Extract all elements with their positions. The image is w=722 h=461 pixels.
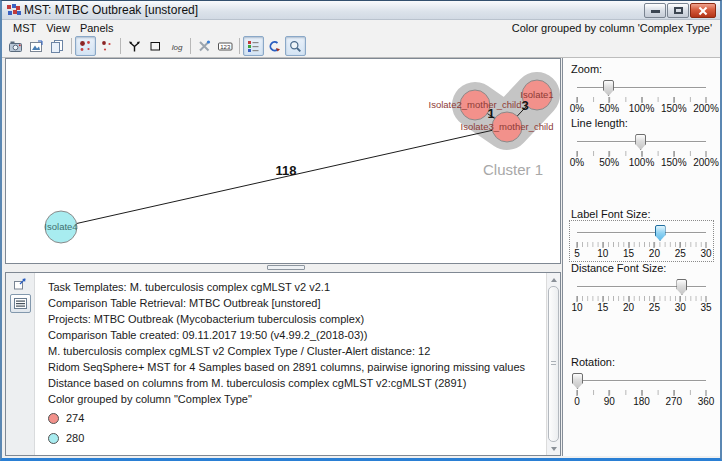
show-distance-values-button[interactable]: 123 bbox=[215, 36, 236, 56]
log-scale-button[interactable]: log bbox=[166, 36, 187, 56]
info-scrollbar[interactable] bbox=[546, 273, 560, 455]
label-font-size-slider-thumb[interactable] bbox=[655, 225, 666, 241]
show-legend-button[interactable] bbox=[243, 36, 264, 56]
node-label-isolate4: Isolate4 bbox=[44, 221, 77, 232]
info-line-task-templates: Task Templates: M. tuberculosis complex … bbox=[48, 279, 534, 295]
distance-font-size-slider-label: Distance Font Size: bbox=[571, 262, 712, 276]
tick-label: 0 bbox=[574, 396, 580, 407]
tick-label: 25 bbox=[675, 248, 686, 259]
cluster-highlight-button[interactable] bbox=[264, 36, 285, 56]
tick-label: 5 bbox=[574, 248, 580, 259]
scrollbar-thumb[interactable] bbox=[548, 286, 559, 442]
maximize-button[interactable] bbox=[667, 3, 689, 18]
zoom-slider-label: Zoom: bbox=[571, 63, 712, 77]
info-line-distance-basis: Distance based on columns from M. tuberc… bbox=[48, 375, 534, 391]
info-line-cluster-alert: M. tuberculosis complex cgMLST v2 Comple… bbox=[48, 343, 534, 359]
window-title: MST: MTBC Outbreak [unstored] bbox=[24, 3, 198, 17]
legend-label-280: 280 bbox=[66, 432, 84, 444]
info-panel-gutter bbox=[6, 273, 35, 455]
tick-label: 50% bbox=[599, 103, 619, 114]
distance-font-size-slider-thumb[interactable] bbox=[676, 279, 687, 295]
save-image-button[interactable] bbox=[5, 36, 26, 56]
show-node-labels-button[interactable] bbox=[75, 36, 96, 56]
info-line-created: Comparison Table created: 09.11.2017 19:… bbox=[48, 327, 534, 343]
label-font-size-slider-label: Label Font Size: bbox=[571, 208, 712, 222]
export-image-button[interactable] bbox=[26, 36, 47, 56]
tick-label: 35 bbox=[700, 302, 711, 313]
mst-canvas[interactable]: 13118Isolate2_mother_childIsolate1Isolat… bbox=[5, 58, 561, 264]
line-length-slider-thumb[interactable] bbox=[635, 134, 646, 150]
legend-entry-274: 274 bbox=[48, 409, 534, 427]
node-label-isolate2: Isolate2_mother_child bbox=[429, 99, 522, 110]
toolbar-separator bbox=[120, 38, 121, 54]
zoom-slider-thumb[interactable] bbox=[603, 80, 614, 96]
line-length-slider[interactable]: Line length: 0%50%100%150%200% bbox=[571, 117, 712, 169]
distance-font-size-slider[interactable]: Distance Font Size: 101520253035 bbox=[571, 262, 712, 314]
zoom-slider[interactable]: Zoom: 0%50%100%150%200% bbox=[571, 63, 712, 115]
menu-bar: MST View Panels Color grouped by column … bbox=[2, 20, 720, 35]
menu-panels[interactable]: Panels bbox=[75, 22, 119, 34]
minimize-button[interactable] bbox=[644, 3, 666, 18]
node-label-isolate3: Isolate3_mother_child bbox=[461, 121, 554, 132]
tick-label: 30 bbox=[700, 248, 711, 259]
split-divider[interactable] bbox=[5, 264, 561, 272]
scroll-up-icon[interactable] bbox=[547, 273, 560, 286]
tick-label: 15 bbox=[623, 248, 634, 259]
copy-image-button[interactable] bbox=[47, 36, 68, 56]
tick-label: 200% bbox=[693, 103, 719, 114]
tick-label: 15 bbox=[597, 302, 608, 313]
tick-label: 150% bbox=[661, 103, 687, 114]
info-line-mst-summary: Ridom SeqSphere+ MST for 4 Samples based… bbox=[48, 359, 534, 375]
tick-label: 360 bbox=[698, 396, 715, 407]
optimize-layout-button[interactable] bbox=[194, 36, 215, 56]
line-length-slider-label: Line length: bbox=[571, 117, 712, 131]
tick-label: 25 bbox=[649, 302, 660, 313]
display-settings-panel: Zoom: 0%50%100%150%200% Line length: 0%5… bbox=[562, 58, 720, 456]
svg-text:123: 123 bbox=[220, 43, 231, 49]
detach-icon[interactable] bbox=[13, 277, 27, 291]
rotation-slider-thumb[interactable] bbox=[572, 373, 583, 389]
legend-entry-280: 280 bbox=[48, 429, 534, 447]
tick-label: 180 bbox=[633, 396, 650, 407]
toolbar: log 123 bbox=[2, 35, 720, 58]
legend-swatch-280 bbox=[48, 433, 59, 444]
spring-layout-button[interactable] bbox=[124, 36, 145, 56]
title-bar[interactable]: MST: MTBC Outbreak [unstored] bbox=[2, 1, 720, 20]
svg-text:log: log bbox=[171, 42, 182, 51]
tick-label: 100% bbox=[629, 103, 655, 114]
edge-distance-label: 3 bbox=[521, 98, 528, 113]
tick-label: 50% bbox=[599, 157, 619, 168]
tick-label: 270 bbox=[665, 396, 682, 407]
color-grouping-status: Color grouped by column 'Complex Type' bbox=[512, 22, 714, 34]
comparison-table-button[interactable] bbox=[10, 294, 31, 313]
toolbar-separator bbox=[71, 38, 72, 54]
toolbar-separator bbox=[239, 38, 240, 54]
tick-label: 90 bbox=[604, 396, 615, 407]
selection-mode-button[interactable] bbox=[145, 36, 166, 56]
tick-label: 20 bbox=[649, 248, 660, 259]
tick-label: 10 bbox=[571, 302, 582, 313]
comparison-info-text: Task Templates: M. tuberculosis complex … bbox=[36, 273, 546, 455]
table-icon bbox=[14, 298, 27, 309]
label-font-size-slider[interactable]: Label Font Size: 51015202530 bbox=[571, 208, 712, 260]
tick-label: 30 bbox=[675, 302, 686, 313]
show-small-nodes-button[interactable] bbox=[96, 36, 117, 56]
tick-label: 100% bbox=[629, 157, 655, 168]
tick-label: 0% bbox=[570, 157, 584, 168]
tick-label: 150% bbox=[661, 157, 687, 168]
legend-swatch-274 bbox=[48, 413, 59, 424]
menu-view[interactable]: View bbox=[41, 22, 75, 34]
menu-mst[interactable]: MST bbox=[8, 22, 41, 34]
magnifier-button[interactable] bbox=[285, 36, 306, 56]
mst-window: MST: MTBC Outbreak [unstored] MST View P… bbox=[0, 0, 722, 461]
split-divider-handle[interactable] bbox=[267, 265, 305, 270]
tick-label: 0% bbox=[570, 103, 584, 114]
edge-distance-label: 118 bbox=[276, 163, 297, 178]
tick-label: 10 bbox=[597, 248, 608, 259]
legend-label-274: 274 bbox=[66, 412, 84, 424]
close-button[interactable] bbox=[690, 3, 716, 18]
rotation-slider[interactable]: Rotation: 090180270360 bbox=[571, 356, 712, 408]
app-icon bbox=[6, 3, 20, 17]
scroll-down-icon[interactable] bbox=[547, 442, 560, 455]
info-line-projects: Projects: MTBC Outbreak (Mycobacterium t… bbox=[48, 311, 534, 327]
